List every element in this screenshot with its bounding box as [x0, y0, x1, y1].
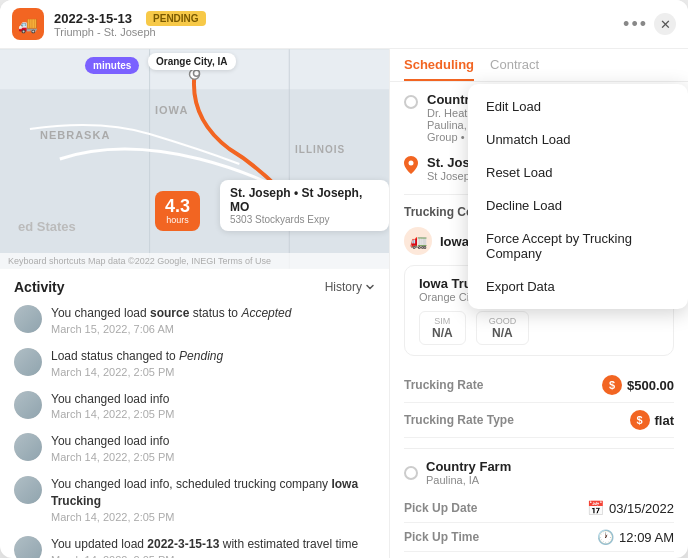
menu-edit-load[interactable]: Edit Load: [468, 90, 688, 123]
map-label-iowa: IOWA: [155, 104, 188, 116]
map-label-illinois: ILLINOIS: [295, 144, 345, 155]
stat-good: GOOD N/A: [476, 311, 530, 345]
activity-date: March 14, 2022, 2:05 PM: [51, 366, 223, 378]
history-label: History: [325, 280, 362, 294]
main-body: NEBRASKA IOWA ILLINOIS ed States minutes…: [0, 49, 688, 558]
header-subtitle: Triumph - St. Joseph: [54, 26, 613, 38]
pickup-date-label: Pick Up Date: [404, 501, 477, 515]
destination-pin: [404, 156, 418, 174]
trucking-rate-row: Trucking Rate $ $500.00: [404, 368, 674, 403]
trucking-rate-label: Trucking Rate: [404, 378, 483, 392]
map-location-tag: Orange City, IA: [148, 53, 236, 70]
avatar: [14, 348, 42, 376]
trucking-badge-icon: 🚛: [404, 227, 432, 255]
history-button[interactable]: History: [325, 280, 375, 294]
truck-icon: 🚚: [18, 15, 38, 34]
avatar: [14, 391, 42, 419]
app-window: 🚚 2022-3-15-13 PENDING Triumph - St. Jos…: [0, 0, 688, 558]
stat-good-value: N/A: [489, 326, 517, 340]
menu-decline-load[interactable]: Decline Load: [468, 189, 688, 222]
pickup-time-row: Pick Up Time 🕐 12:09 AM: [404, 523, 674, 552]
activity-text: Load status changed to Pending: [51, 348, 223, 365]
activity-item: You changed load source status to Accept…: [14, 305, 375, 335]
trucking-rate-value: $ $500.00: [602, 375, 674, 395]
pickup-time: 12:09 AM: [619, 530, 674, 545]
clock-icon: 🕐: [597, 529, 614, 545]
avatar: [14, 433, 42, 461]
map-address-box: St. Joseph • St Joseph, MO 5303 Stockyar…: [220, 180, 389, 231]
avatar: [14, 476, 42, 504]
pickup-name: Country Farm: [426, 459, 511, 474]
menu-reset-load[interactable]: Reset Load: [468, 156, 688, 189]
activity-text: You updated load 2022-3-15-13 with estim…: [51, 536, 358, 553]
calendar-icon: 📅: [587, 500, 604, 516]
map-address: 5303 Stockyards Expy: [230, 214, 379, 225]
activity-section: Activity History You changed load source…: [0, 269, 389, 558]
pickup-location: Paulina, IA: [426, 474, 511, 486]
svg-point-4: [409, 161, 414, 166]
activity-title: Activity: [14, 279, 65, 295]
pickup-date: 03/15/2022: [609, 501, 674, 516]
map-area: NEBRASKA IOWA ILLINOIS ed States minutes…: [0, 49, 389, 269]
cut-level-row: Cut Level ✂️ First: [404, 552, 674, 558]
pickup-dot: [404, 466, 418, 480]
map-footer-text: Keyboard shortcuts Map data ©2022 Google…: [8, 256, 271, 266]
svg-point-2: [194, 70, 200, 76]
divider: [404, 448, 674, 449]
context-menu: Edit Load Unmatch Load Reset Load Declin…: [468, 84, 688, 309]
svg-point-1: [190, 69, 200, 79]
right-panel: Edit Load Unmatch Load Reset Load Declin…: [390, 49, 688, 558]
more-options-button[interactable]: •••: [623, 14, 648, 35]
stat-sim-label: SIM: [432, 316, 453, 326]
map-pill: minutes: [85, 57, 139, 74]
avatar: [14, 305, 42, 333]
pickup-section: Country Farm Paulina, IA Pick Up Date 📅 …: [404, 459, 674, 558]
trucking-rate-amount: $500.00: [627, 378, 674, 393]
avatar: [14, 536, 42, 558]
activity-date: March 14, 2022, 2:05 PM: [51, 511, 375, 523]
menu-export-data[interactable]: Export Data: [468, 270, 688, 303]
header-icon: 🚚: [12, 8, 44, 40]
svg-rect-0: [0, 49, 389, 268]
header-title: 2022-3-15-13: [54, 11, 132, 26]
pickup-info: Country Farm Paulina, IA: [426, 459, 511, 486]
map-label-us: ed States: [18, 219, 76, 234]
stat-sim-value: N/A: [432, 326, 453, 340]
trucking-rate-type-value: $ flat: [630, 410, 675, 430]
pickup-header: Country Farm Paulina, IA: [404, 459, 674, 486]
activity-item: You changed load info March 14, 2022, 2:…: [14, 433, 375, 463]
pickup-time-value: 🕐 12:09 AM: [597, 529, 674, 545]
activity-text: You changed load source status to Accept…: [51, 305, 291, 322]
tabs-row: Scheduling Contract: [390, 49, 688, 82]
map-destination-box: 4.3 hours: [155, 191, 200, 231]
left-panel: NEBRASKA IOWA ILLINOIS ed States minutes…: [0, 49, 390, 558]
map-city: St. Joseph • St Joseph, MO: [230, 186, 379, 214]
menu-unmatch-load[interactable]: Unmatch Load: [468, 123, 688, 156]
tab-contract[interactable]: Contract: [490, 57, 539, 81]
close-icon: ✕: [660, 17, 671, 32]
map-footer: Keyboard shortcuts Map data ©2022 Google…: [0, 253, 389, 269]
stat-good-label: GOOD: [489, 316, 517, 326]
activity-text: You changed load info: [51, 391, 175, 408]
chevron-down-icon: [365, 282, 375, 292]
map-background: NEBRASKA IOWA ILLINOIS ed States minutes…: [0, 49, 389, 269]
header-actions: ••• ✕: [623, 13, 676, 35]
activity-date: March 15, 2022, 7:06 AM: [51, 323, 291, 335]
header: 🚚 2022-3-15-13 PENDING Triumph - St. Jos…: [0, 0, 688, 49]
activity-item: You updated load 2022-3-15-13 with estim…: [14, 536, 375, 558]
close-button[interactable]: ✕: [654, 13, 676, 35]
tab-scheduling[interactable]: Scheduling: [404, 57, 474, 81]
menu-force-accept[interactable]: Force Accept by Trucking Company: [468, 222, 688, 270]
travel-hours-label: hours: [166, 215, 189, 225]
activity-header: Activity History: [14, 279, 375, 295]
origin-dot: [404, 95, 418, 109]
trucking-rate-type: flat: [655, 413, 675, 428]
activity-date: March 14, 2022, 2:05 PM: [51, 451, 175, 463]
stat-sim: SIM N/A: [419, 311, 466, 345]
activity-text: You changed load info, scheduled truckin…: [51, 476, 375, 510]
activity-date: March 14, 2022, 2:05 PM: [51, 408, 175, 420]
trucking-rate-type-row: Trucking Rate Type $ flat: [404, 403, 674, 438]
pickup-time-label: Pick Up Time: [404, 530, 479, 544]
header-info: 2022-3-15-13 PENDING Triumph - St. Josep…: [54, 11, 613, 38]
activity-item: You changed load info March 14, 2022, 2:…: [14, 391, 375, 421]
